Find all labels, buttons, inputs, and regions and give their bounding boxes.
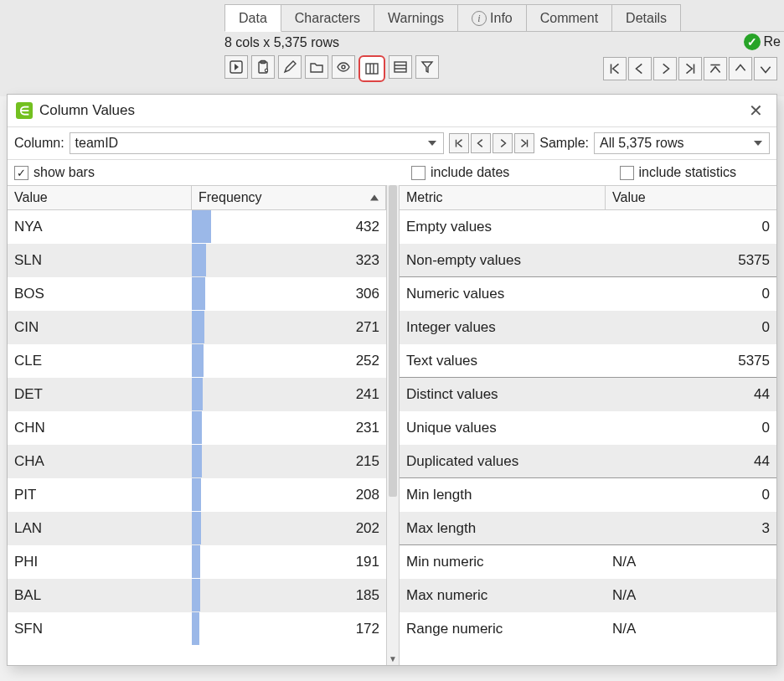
value-frequency-cell: 271: [192, 311, 386, 343]
tab-info[interactable]: iInfo: [457, 4, 527, 31]
nav-next-button[interactable]: [653, 57, 677, 80]
value-row[interactable]: NYA432: [8, 210, 386, 244]
value-row[interactable]: PIT208: [8, 478, 386, 512]
value-label: CIN: [8, 311, 192, 343]
value-row[interactable]: SLN323: [8, 244, 386, 277]
frequency-bar: [192, 244, 206, 276]
value-frequency-cell: 185: [192, 579, 386, 611]
frequency-number: 231: [356, 420, 386, 436]
metric-value: 3: [606, 512, 776, 544]
frequency-bar: [192, 210, 211, 243]
metric-value: 5375: [606, 344, 776, 377]
sample-select-value: All 5,375 rows: [600, 136, 684, 151]
ready-badge: ✓ Re: [744, 34, 781, 50]
scrollbar-thumb[interactable]: [389, 185, 397, 497]
nav-prev-button[interactable]: [628, 57, 652, 80]
frequency-bar: [192, 311, 204, 343]
metric-row: Min numericN/A: [400, 545, 776, 579]
include-stats-label: include statistics: [639, 165, 737, 180]
metrics-header-value[interactable]: Value: [606, 186, 776, 209]
values-header-frequency[interactable]: Frequency: [192, 186, 386, 209]
close-button[interactable]: ✕: [744, 101, 768, 121]
value-row[interactable]: CHN231: [8, 411, 386, 445]
clipboard-button[interactable]: [251, 55, 275, 79]
metric-row: Max length3: [400, 512, 776, 545]
tab-data[interactable]: Data: [224, 4, 281, 32]
value-frequency-cell: 432: [192, 210, 386, 243]
value-row[interactable]: BOS306: [8, 277, 386, 311]
metric-row: Range numericN/A: [400, 612, 776, 646]
frequency-number: 241: [356, 386, 386, 403]
include-statistics-checkbox[interactable]: include statistics: [620, 165, 737, 180]
nav-up-button[interactable]: [729, 57, 752, 80]
columns-button[interactable]: [358, 55, 385, 82]
frequency-number: 172: [356, 621, 386, 637]
metrics-pane: Metric Value Empty values0Non-empty valu…: [400, 185, 776, 665]
metric-value: 0: [606, 277, 776, 310]
metric-name: Numeric values: [400, 277, 606, 310]
value-row[interactable]: PHI191: [8, 545, 386, 579]
nav-down-button[interactable]: [754, 57, 777, 80]
values-pane: Value Frequency NYA432SLN323BOS306CIN271…: [8, 185, 386, 665]
value-label: BAL: [8, 579, 192, 611]
value-row[interactable]: DET241: [8, 378, 386, 411]
scroll-down-icon[interactable]: ▼: [387, 654, 399, 663]
frequency-bar: [192, 378, 203, 410]
app-logo-icon: ∈: [16, 102, 33, 119]
tab-warnings[interactable]: Warnings: [374, 4, 458, 31]
metric-value: 0: [606, 210, 776, 243]
metric-value: N/A: [606, 579, 776, 611]
value-frequency-cell: 231: [192, 411, 386, 444]
value-row[interactable]: SFN172: [8, 612, 386, 646]
sample-select[interactable]: All 5,375 rows: [594, 132, 770, 154]
nav-upfirst-button[interactable]: [704, 57, 727, 80]
value-row[interactable]: CIN271: [8, 311, 386, 344]
first-button[interactable]: [449, 133, 469, 153]
last-button[interactable]: [514, 133, 534, 153]
metric-row: Text values5375: [400, 344, 776, 378]
metric-row: Min length0: [400, 478, 776, 512]
column-select[interactable]: teamID: [70, 132, 445, 154]
frequency-number: 306: [356, 286, 386, 302]
include-dates-checkbox[interactable]: include dates: [411, 165, 509, 180]
value-label: LAN: [8, 512, 192, 544]
frequency-number: 191: [356, 554, 386, 570]
tab-details[interactable]: Details: [611, 4, 681, 31]
column-label: Column:: [14, 136, 64, 151]
value-row[interactable]: LAN202: [8, 512, 386, 545]
frequency-number: 208: [356, 487, 386, 503]
frequency-bar: [192, 478, 201, 511]
metric-value: 44: [606, 378, 776, 410]
tab-characters[interactable]: Characters: [281, 4, 374, 31]
scrollbar[interactable]: ▼: [386, 185, 400, 665]
frequency-number: 271: [356, 319, 386, 336]
values-header-value[interactable]: Value: [8, 186, 192, 209]
window-title: Column Values: [39, 102, 135, 119]
folder-button[interactable]: [305, 55, 328, 79]
tab-label: Warnings: [388, 11, 444, 26]
frequency-number: 215: [356, 453, 386, 470]
value-row[interactable]: CHA215: [8, 445, 386, 478]
info-icon: i: [472, 11, 487, 26]
metric-row: Duplicated values44: [400, 445, 776, 478]
nav-first-button[interactable]: [603, 57, 627, 80]
eye-button[interactable]: [332, 55, 355, 79]
prev-button[interactable]: [471, 133, 491, 153]
filter-button[interactable]: [415, 55, 439, 79]
show-bars-checkbox[interactable]: ✓ show bars: [14, 165, 95, 180]
nav-last-button[interactable]: [678, 57, 702, 80]
value-row[interactable]: CLE252: [8, 344, 386, 378]
rows-button[interactable]: [389, 55, 412, 79]
play-button[interactable]: [224, 55, 248, 79]
metrics-header-metric[interactable]: Metric: [400, 186, 606, 209]
value-frequency-cell: 323: [192, 244, 386, 276]
value-label: CHN: [8, 411, 192, 444]
frequency-number: 432: [356, 219, 386, 235]
pencil-button[interactable]: [278, 55, 302, 79]
metric-name: Integer values: [400, 311, 606, 343]
next-button[interactable]: [493, 133, 513, 153]
include-dates-label: include dates: [431, 165, 509, 180]
value-label: PIT: [8, 478, 192, 511]
tab-comment[interactable]: Comment: [526, 4, 612, 31]
value-row[interactable]: BAL185: [8, 579, 386, 612]
